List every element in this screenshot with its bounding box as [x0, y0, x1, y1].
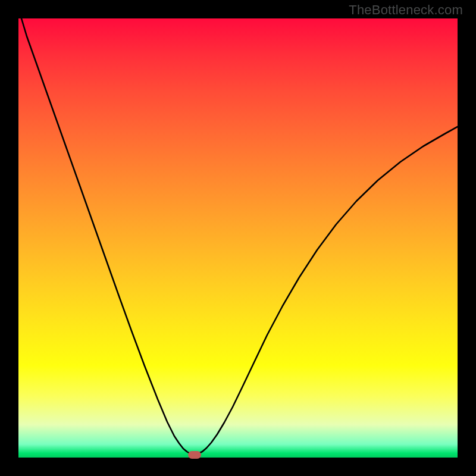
watermark-text: TheBottleneck.com	[349, 2, 463, 18]
optimal-marker	[188, 451, 201, 459]
chart-container: TheBottleneck.com	[0, 0, 476, 476]
curve-path	[21, 18, 458, 454]
bottleneck-curve	[18, 18, 458, 458]
